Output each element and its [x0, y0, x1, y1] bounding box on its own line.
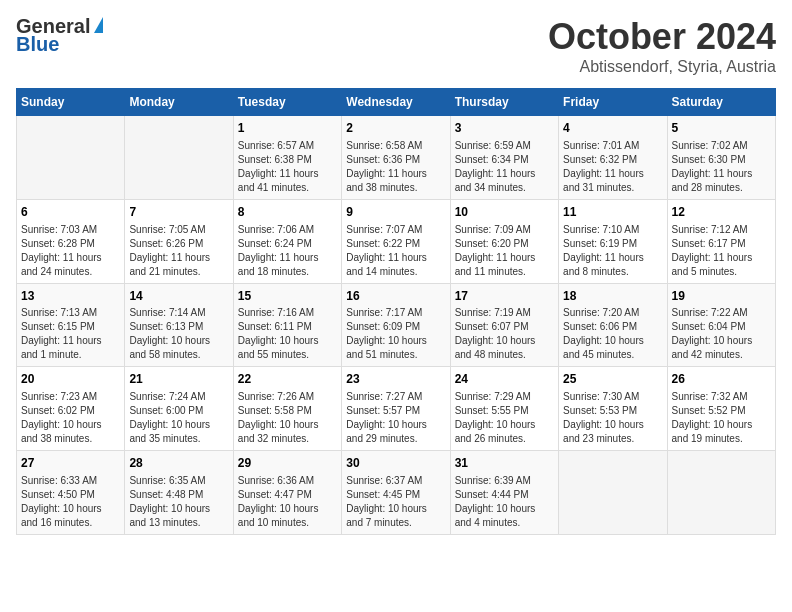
day-info: Sunrise: 6:59 AM Sunset: 6:34 PM Dayligh…: [455, 139, 554, 195]
day-number: 12: [672, 204, 771, 221]
day-number: 13: [21, 288, 120, 305]
calendar-cell: 11Sunrise: 7:10 AM Sunset: 6:19 PM Dayli…: [559, 199, 667, 283]
day-number: 5: [672, 120, 771, 137]
calendar-cell: 14Sunrise: 7:14 AM Sunset: 6:13 PM Dayli…: [125, 283, 233, 367]
calendar-body: 1Sunrise: 6:57 AM Sunset: 6:38 PM Daylig…: [17, 116, 776, 535]
day-number: 29: [238, 455, 337, 472]
day-number: 16: [346, 288, 445, 305]
calendar-cell: 17Sunrise: 7:19 AM Sunset: 6:07 PM Dayli…: [450, 283, 558, 367]
day-info: Sunrise: 7:06 AM Sunset: 6:24 PM Dayligh…: [238, 223, 337, 279]
day-number: 11: [563, 204, 662, 221]
day-info: Sunrise: 7:12 AM Sunset: 6:17 PM Dayligh…: [672, 223, 771, 279]
calendar-cell: 29Sunrise: 6:36 AM Sunset: 4:47 PM Dayli…: [233, 451, 341, 535]
calendar-cell: 24Sunrise: 7:29 AM Sunset: 5:55 PM Dayli…: [450, 367, 558, 451]
calendar-cell: 1Sunrise: 6:57 AM Sunset: 6:38 PM Daylig…: [233, 116, 341, 200]
calendar-cell: 9Sunrise: 7:07 AM Sunset: 6:22 PM Daylig…: [342, 199, 450, 283]
calendar-cell: 5Sunrise: 7:02 AM Sunset: 6:30 PM Daylig…: [667, 116, 775, 200]
week-row-5: 27Sunrise: 6:33 AM Sunset: 4:50 PM Dayli…: [17, 451, 776, 535]
calendar-cell: 2Sunrise: 6:58 AM Sunset: 6:36 PM Daylig…: [342, 116, 450, 200]
header-day-saturday: Saturday: [667, 89, 775, 116]
calendar-cell: 3Sunrise: 6:59 AM Sunset: 6:34 PM Daylig…: [450, 116, 558, 200]
week-row-4: 20Sunrise: 7:23 AM Sunset: 6:02 PM Dayli…: [17, 367, 776, 451]
day-info: Sunrise: 6:39 AM Sunset: 4:44 PM Dayligh…: [455, 474, 554, 530]
day-info: Sunrise: 7:09 AM Sunset: 6:20 PM Dayligh…: [455, 223, 554, 279]
calendar-cell: 23Sunrise: 7:27 AM Sunset: 5:57 PM Dayli…: [342, 367, 450, 451]
calendar-cell: 18Sunrise: 7:20 AM Sunset: 6:06 PM Dayli…: [559, 283, 667, 367]
day-number: 6: [21, 204, 120, 221]
day-number: 27: [21, 455, 120, 472]
calendar-cell: 25Sunrise: 7:30 AM Sunset: 5:53 PM Dayli…: [559, 367, 667, 451]
day-info: Sunrise: 6:57 AM Sunset: 6:38 PM Dayligh…: [238, 139, 337, 195]
day-info: Sunrise: 7:01 AM Sunset: 6:32 PM Dayligh…: [563, 139, 662, 195]
day-number: 18: [563, 288, 662, 305]
calendar-cell: [17, 116, 125, 200]
day-number: 19: [672, 288, 771, 305]
day-number: 17: [455, 288, 554, 305]
day-number: 31: [455, 455, 554, 472]
calendar-cell: 20Sunrise: 7:23 AM Sunset: 6:02 PM Dayli…: [17, 367, 125, 451]
month-title: October 2024: [548, 16, 776, 58]
day-number: 15: [238, 288, 337, 305]
header-row: SundayMondayTuesdayWednesdayThursdayFrid…: [17, 89, 776, 116]
day-number: 24: [455, 371, 554, 388]
calendar-cell: 28Sunrise: 6:35 AM Sunset: 4:48 PM Dayli…: [125, 451, 233, 535]
day-number: 21: [129, 371, 228, 388]
calendar-cell: 6Sunrise: 7:03 AM Sunset: 6:28 PM Daylig…: [17, 199, 125, 283]
day-info: Sunrise: 6:58 AM Sunset: 6:36 PM Dayligh…: [346, 139, 445, 195]
calendar-table: SundayMondayTuesdayWednesdayThursdayFrid…: [16, 88, 776, 535]
calendar-cell: 22Sunrise: 7:26 AM Sunset: 5:58 PM Dayli…: [233, 367, 341, 451]
day-number: 9: [346, 204, 445, 221]
week-row-2: 6Sunrise: 7:03 AM Sunset: 6:28 PM Daylig…: [17, 199, 776, 283]
day-info: Sunrise: 7:10 AM Sunset: 6:19 PM Dayligh…: [563, 223, 662, 279]
day-info: Sunrise: 7:19 AM Sunset: 6:07 PM Dayligh…: [455, 306, 554, 362]
day-number: 22: [238, 371, 337, 388]
header-day-wednesday: Wednesday: [342, 89, 450, 116]
day-number: 4: [563, 120, 662, 137]
title-section: October 2024 Abtissendorf, Styria, Austr…: [548, 16, 776, 76]
day-info: Sunrise: 7:17 AM Sunset: 6:09 PM Dayligh…: [346, 306, 445, 362]
day-info: Sunrise: 6:37 AM Sunset: 4:45 PM Dayligh…: [346, 474, 445, 530]
day-info: Sunrise: 7:20 AM Sunset: 6:06 PM Dayligh…: [563, 306, 662, 362]
header-day-tuesday: Tuesday: [233, 89, 341, 116]
day-info: Sunrise: 7:16 AM Sunset: 6:11 PM Dayligh…: [238, 306, 337, 362]
day-number: 8: [238, 204, 337, 221]
day-info: Sunrise: 7:22 AM Sunset: 6:04 PM Dayligh…: [672, 306, 771, 362]
calendar-cell: 7Sunrise: 7:05 AM Sunset: 6:26 PM Daylig…: [125, 199, 233, 283]
header-day-thursday: Thursday: [450, 89, 558, 116]
day-number: 1: [238, 120, 337, 137]
day-info: Sunrise: 7:02 AM Sunset: 6:30 PM Dayligh…: [672, 139, 771, 195]
calendar-cell: 8Sunrise: 7:06 AM Sunset: 6:24 PM Daylig…: [233, 199, 341, 283]
day-info: Sunrise: 7:07 AM Sunset: 6:22 PM Dayligh…: [346, 223, 445, 279]
calendar-cell: 27Sunrise: 6:33 AM Sunset: 4:50 PM Dayli…: [17, 451, 125, 535]
week-row-3: 13Sunrise: 7:13 AM Sunset: 6:15 PM Dayli…: [17, 283, 776, 367]
week-row-1: 1Sunrise: 6:57 AM Sunset: 6:38 PM Daylig…: [17, 116, 776, 200]
logo-blue-text: Blue: [16, 34, 103, 54]
calendar-cell: 31Sunrise: 6:39 AM Sunset: 4:44 PM Dayli…: [450, 451, 558, 535]
day-info: Sunrise: 7:30 AM Sunset: 5:53 PM Dayligh…: [563, 390, 662, 446]
day-info: Sunrise: 7:23 AM Sunset: 6:02 PM Dayligh…: [21, 390, 120, 446]
calendar-cell: 26Sunrise: 7:32 AM Sunset: 5:52 PM Dayli…: [667, 367, 775, 451]
day-info: Sunrise: 7:24 AM Sunset: 6:00 PM Dayligh…: [129, 390, 228, 446]
day-number: 20: [21, 371, 120, 388]
logo-triangle-icon: [94, 17, 103, 33]
day-info: Sunrise: 7:13 AM Sunset: 6:15 PM Dayligh…: [21, 306, 120, 362]
calendar-header: SundayMondayTuesdayWednesdayThursdayFrid…: [17, 89, 776, 116]
calendar-cell: 30Sunrise: 6:37 AM Sunset: 4:45 PM Dayli…: [342, 451, 450, 535]
calendar-cell: [667, 451, 775, 535]
header-day-friday: Friday: [559, 89, 667, 116]
location: Abtissendorf, Styria, Austria: [548, 58, 776, 76]
page-header: General Blue October 2024 Abtissendorf, …: [16, 16, 776, 76]
day-number: 2: [346, 120, 445, 137]
day-info: Sunrise: 7:27 AM Sunset: 5:57 PM Dayligh…: [346, 390, 445, 446]
calendar-cell: 4Sunrise: 7:01 AM Sunset: 6:32 PM Daylig…: [559, 116, 667, 200]
day-number: 10: [455, 204, 554, 221]
header-day-sunday: Sunday: [17, 89, 125, 116]
calendar-cell: 12Sunrise: 7:12 AM Sunset: 6:17 PM Dayli…: [667, 199, 775, 283]
day-number: 23: [346, 371, 445, 388]
calendar-cell: 21Sunrise: 7:24 AM Sunset: 6:00 PM Dayli…: [125, 367, 233, 451]
day-info: Sunrise: 7:26 AM Sunset: 5:58 PM Dayligh…: [238, 390, 337, 446]
day-number: 3: [455, 120, 554, 137]
day-number: 28: [129, 455, 228, 472]
day-info: Sunrise: 7:14 AM Sunset: 6:13 PM Dayligh…: [129, 306, 228, 362]
calendar-cell: 13Sunrise: 7:13 AM Sunset: 6:15 PM Dayli…: [17, 283, 125, 367]
